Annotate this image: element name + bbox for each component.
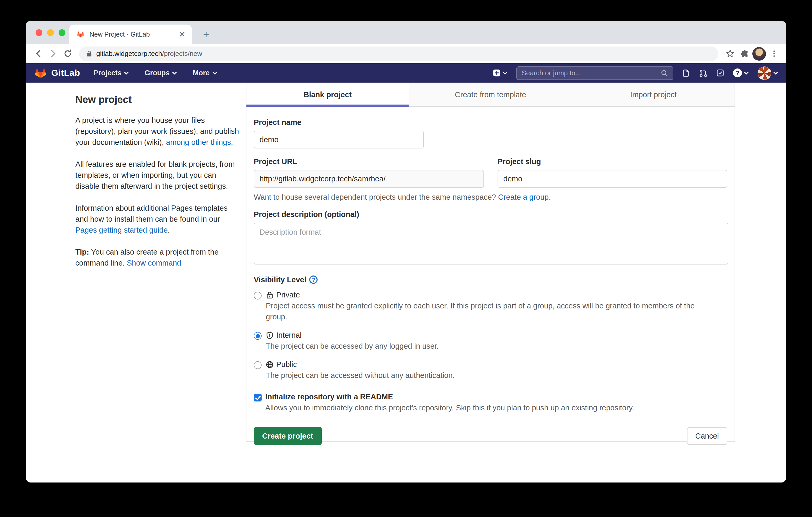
project-slug-group: Project slug [498, 157, 727, 188]
sidebar-tip: Tip: You can also create a project from … [75, 247, 242, 269]
browser-tab[interactable]: New Project · GitLab ✕ [69, 25, 192, 44]
zoom-window-button[interactable] [59, 29, 65, 36]
tab-title: New Project · GitLab [89, 31, 177, 38]
readme-desc: Allows you to immediately clone this pro… [265, 403, 634, 412]
namespace-hint: Want to house several dependent projects… [254, 193, 727, 201]
browser-window: New Project · GitLab ✕ ＋ gitlab.widgetco… [26, 21, 786, 483]
project-description-textarea[interactable] [254, 223, 728, 265]
p1-period: . [231, 138, 233, 146]
cancel-button[interactable]: Cancel [687, 427, 727, 445]
screenshot-stage: New Project · GitLab ✕ ＋ gitlab.widgetco… [0, 0, 812, 517]
new-tab-button[interactable]: ＋ [199, 27, 213, 41]
search-input[interactable] [522, 69, 661, 77]
namespace-hint-text: Want to house several dependent projects… [254, 193, 498, 201]
new-menu-button[interactable] [493, 69, 508, 77]
project-name-group: Project name [254, 118, 727, 149]
public-option-body: Public The project can be accessed witho… [266, 360, 455, 381]
gitlab-navbar-right: ? [493, 66, 778, 80]
private-radio[interactable] [254, 292, 262, 300]
readme-body: Initialize repository with a README Allo… [265, 393, 634, 412]
tab-blank-project[interactable]: Blank project [246, 83, 409, 106]
shield-icon [266, 331, 273, 339]
visibility-option-public[interactable]: Public The project can be accessed witho… [254, 360, 727, 381]
globe-icon [266, 360, 273, 368]
user-avatar [758, 66, 771, 80]
help-icon: ? [733, 68, 742, 78]
page-title: New project [75, 94, 242, 105]
gitlab-wordmark: GitLab [51, 68, 80, 78]
sidebar-paragraph-2: All features are enabled for blank proje… [75, 159, 242, 192]
visibility-option-private[interactable]: Private Project access must be granted e… [254, 291, 727, 323]
visibility-option-internal[interactable]: Internal The project can be accessed by … [254, 331, 727, 352]
show-command-link[interactable]: Show command [127, 259, 181, 267]
internal-option-body: Internal The project can be accessed by … [266, 331, 439, 352]
reload-icon[interactable] [60, 46, 75, 61]
project-url-input[interactable] [254, 170, 484, 188]
visibility-help-icon[interactable]: ? [310, 275, 318, 284]
forward-icon[interactable] [46, 46, 60, 61]
nav-more-menu[interactable]: More [193, 69, 217, 77]
nav-projects-menu[interactable]: Projects [94, 69, 129, 77]
tab-close-icon[interactable]: ✕ [177, 30, 187, 39]
profile-avatar[interactable] [752, 46, 766, 61]
p3-text: Information about additional Pages templ… [75, 204, 228, 223]
url-text: gitlab.widgetcorp.tech/projects/new [96, 50, 202, 58]
search-box[interactable] [516, 66, 673, 80]
url-bar[interactable]: gitlab.widgetcorp.tech/projects/new [79, 46, 718, 61]
readme-checkbox[interactable] [254, 394, 262, 401]
chevron-down-icon [773, 71, 778, 74]
new-project-panel: Blank project Create from template Impor… [246, 83, 735, 442]
issues-icon[interactable] [682, 69, 690, 77]
visibility-level-label: Visibility Level ? [254, 275, 727, 284]
gitlab-logo[interactable]: GitLab [34, 67, 80, 79]
nav-groups-menu[interactable]: Groups [145, 69, 177, 77]
blank-project-form: Project name Project URL Project slug [246, 107, 734, 445]
help-menu-button[interactable]: ? [733, 68, 749, 78]
chevron-down-icon [212, 71, 217, 74]
browser-toolbar: gitlab.widgetcorp.tech/projects/new [26, 44, 786, 63]
project-slug-input[interactable] [498, 170, 727, 188]
project-description-label: Project description (optional) [254, 210, 727, 218]
sidebar-paragraph-1: A project is where you house your files … [75, 115, 242, 148]
project-type-tabs: Blank project Create from template Impor… [246, 83, 734, 107]
create-project-button[interactable]: Create project [254, 427, 321, 445]
tab-create-from-template[interactable]: Create from template [409, 83, 572, 106]
readme-checkbox-row[interactable]: Initialize repository with a README Allo… [254, 393, 727, 412]
window-controls [36, 29, 65, 36]
project-description-group: Project description (optional) [254, 210, 727, 267]
gitlab-main-menu: Projects Groups More [94, 69, 217, 77]
chevron-down-icon [124, 71, 129, 74]
project-name-input[interactable] [254, 131, 424, 149]
back-icon[interactable] [31, 46, 46, 61]
nav-more-label: More [193, 69, 210, 77]
chevron-down-icon [172, 71, 177, 74]
url-slug-row: Project URL Project slug [254, 157, 727, 188]
tab-import-project[interactable]: Import project [572, 83, 734, 106]
plus-square-icon [493, 69, 501, 77]
url-domain: gitlab.widgetcorp.tech [96, 50, 162, 58]
among-other-things-link[interactable]: among other things [166, 138, 231, 146]
pages-guide-link[interactable]: Pages getting started guide [75, 226, 168, 234]
lock-icon [86, 50, 92, 57]
todos-icon[interactable] [716, 69, 724, 77]
bookmark-star-icon[interactable] [723, 46, 737, 61]
chevron-down-icon [744, 71, 749, 74]
lock-icon [266, 291, 273, 299]
visibility-label-text: Visibility Level [254, 275, 306, 284]
private-desc: Project access must be granted explicitl… [266, 301, 716, 323]
close-window-button[interactable] [36, 29, 42, 36]
merge-request-icon[interactable] [699, 69, 707, 77]
nav-projects-label: Projects [94, 69, 122, 77]
chrome-menu-kebab-icon[interactable] [766, 46, 781, 61]
create-a-group-link[interactable]: Create a group. [498, 193, 551, 201]
project-url-group: Project URL [254, 157, 484, 188]
public-desc: The project can be accessed without any … [266, 370, 455, 381]
internal-radio[interactable] [254, 332, 262, 340]
project-name-label: Project name [254, 118, 727, 126]
minimize-window-button[interactable] [47, 29, 54, 36]
extensions-puzzle-icon[interactable] [737, 46, 752, 61]
gitlab-favicon [77, 30, 85, 38]
public-radio[interactable] [254, 361, 262, 369]
user-menu-button[interactable] [758, 66, 778, 80]
new-project-sidebar: New project A project is where you house… [75, 83, 242, 483]
